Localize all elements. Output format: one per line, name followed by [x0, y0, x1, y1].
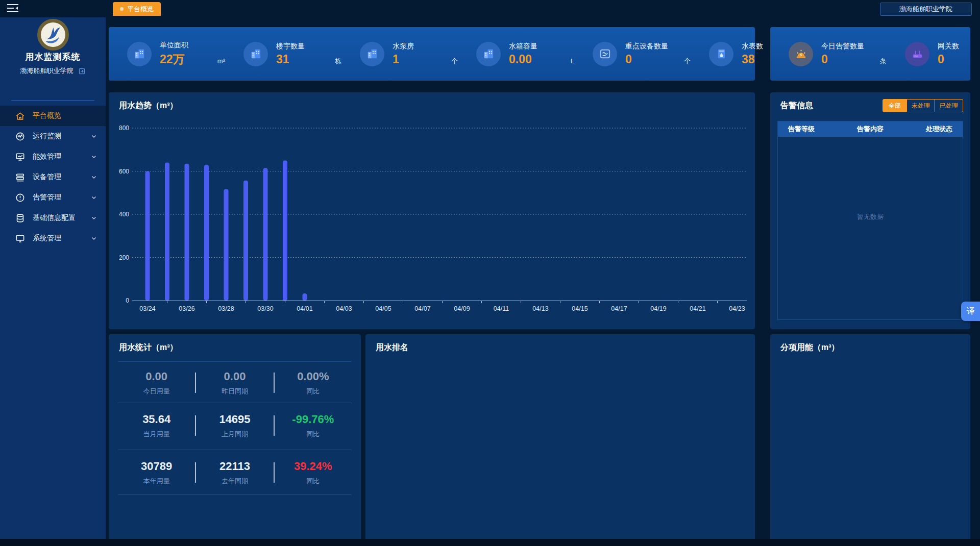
- sidebar-item-label: 平台概览: [33, 111, 61, 120]
- kpi-label: 水泵房: [393, 42, 458, 51]
- donut-title: 分项用能（m³）: [780, 342, 840, 353]
- sidebar-item-alarms[interactable]: 告警管理: [0, 187, 106, 208]
- usage-cell: 39.24%同比: [275, 460, 352, 486]
- alert-table-header: 告警等级告警内容处理状态: [778, 121, 963, 137]
- sidebar-item-label: 告警管理: [33, 193, 61, 202]
- usage-row: 0.00今日用量0.00昨日同期0.00%同比: [118, 366, 352, 400]
- kpi-label: 今日告警数量: [821, 42, 887, 51]
- kpi-value: 31: [276, 53, 289, 66]
- svg-text:04/17: 04/17: [611, 305, 627, 312]
- usage-value: 30789: [118, 460, 195, 473]
- sidebar-item-label: 能效管理: [33, 152, 61, 161]
- usage-label: 同比: [275, 430, 352, 439]
- kpi-value-row: 31栋: [276, 53, 341, 66]
- usage-cell: 0.00昨日同期: [196, 370, 273, 396]
- kpi-label: 水箱容量: [509, 42, 574, 51]
- kpi-tank-capacity: 水箱容量0.00L: [458, 42, 574, 66]
- collapse-sidebar-icon[interactable]: [7, 3, 19, 13]
- kpi-value-row: 22万m²: [160, 52, 225, 67]
- sub-item-energy-panel: 分项用能（m³）: [770, 334, 970, 541]
- kpi-texts: 水箱容量0.00L: [509, 42, 574, 66]
- svg-text:04/21: 04/21: [690, 305, 705, 312]
- kpi-unit: 个: [684, 57, 691, 66]
- usage-cell: 35.64当月用量: [118, 413, 195, 439]
- alert-column-header: 告警内容: [857, 125, 884, 134]
- alert-column-header: 处理状态: [926, 125, 952, 134]
- kpi-value: 38: [742, 53, 755, 66]
- system-icon: [15, 234, 25, 243]
- sidebar-item-label: 运行监测: [33, 132, 61, 141]
- sidebar-item-monitoring[interactable]: 运行监测: [0, 126, 106, 146]
- sidebar-divider: [11, 100, 94, 101]
- kpi-value-row: 1个: [393, 53, 458, 66]
- switch-org-icon[interactable]: [78, 67, 86, 75]
- trend-bar-03/30: [263, 168, 268, 301]
- alarm-light-icon: [789, 42, 813, 66]
- usage-title: 用水统计（m³）: [119, 342, 178, 353]
- sidebar-item-energy[interactable]: 能效管理: [0, 146, 106, 167]
- kpi-texts: 今日告警数量0条: [821, 42, 887, 66]
- alert-tab-all[interactable]: 全部: [883, 99, 907, 112]
- alert-table: 告警等级告警内容处理状态 暂无数据: [777, 121, 963, 320]
- meter-icon: [593, 42, 617, 66]
- trend-bar-03/26: [185, 164, 189, 301]
- water-trend-panel: 用水趋势（m³） 020040060080003/2403/2603/2803/…: [109, 92, 755, 329]
- translate-button[interactable]: 译: [961, 302, 980, 321]
- sidebar: 用水监测系统 渤海船舶职业学院 平台概览运行监测能效管理设备管理告警管理基础信息…: [0, 17, 106, 539]
- building-icon: [243, 42, 268, 66]
- chevron-down-icon: [90, 194, 97, 203]
- kpi-label: 网关数: [938, 42, 980, 51]
- kpi-label: 楼宇数量: [276, 42, 341, 51]
- alert-tab-unhandled[interactable]: 未处理: [906, 99, 935, 112]
- kpi-strip-right: 今日告警数量0条网关数0个: [770, 27, 970, 81]
- sidebar-org-name: 渤海船舶职业学院: [20, 66, 74, 76]
- water-usage-stats-panel: 用水统计（m³） 0.00今日用量0.00昨日同期0.00%同比35.64当月用…: [109, 334, 361, 541]
- alert-tab-handled[interactable]: 已处理: [935, 99, 963, 112]
- kpi-label: 重点设备数量: [625, 42, 691, 51]
- trend-bar-03/24: [145, 171, 150, 301]
- tab-label: 平台概览: [127, 5, 154, 14]
- sidebar-item-overview[interactable]: 平台概览: [0, 106, 106, 126]
- usage-value: 14695: [196, 413, 273, 426]
- svg-text:800: 800: [119, 125, 129, 132]
- kpi-texts: 水泵房1个: [393, 42, 458, 66]
- trend-bar-03/27: [204, 165, 209, 301]
- kpi-unit: m²: [217, 57, 225, 65]
- tab-platform-overview[interactable]: 平台概览: [113, 2, 161, 16]
- alert-column-header: 告警等级: [788, 125, 815, 134]
- kpi-value-row: 0条: [821, 53, 887, 66]
- usage-cell: 0.00%同比: [275, 370, 352, 396]
- sidebar-menu: 平台概览运行监测能效管理设备管理告警管理基础信息配置系统管理: [0, 106, 106, 249]
- trend-bar-03/29: [243, 181, 248, 301]
- svg-text:400: 400: [119, 211, 129, 218]
- usage-value: 0.00: [118, 370, 195, 383]
- ranking-title: 用水排名: [376, 342, 408, 353]
- organization-select[interactable]: 渤海船舶职业学院: [880, 3, 972, 16]
- kpi-unit: L: [571, 57, 574, 65]
- trend-title: 用水趋势（m³）: [119, 101, 178, 111]
- tab-active-dot: [120, 7, 124, 11]
- svg-text:04/07: 04/07: [414, 305, 430, 312]
- trend-bar-03/25: [165, 163, 169, 301]
- usage-label: 同比: [275, 477, 352, 486]
- kpi-value-row: 0个: [625, 53, 691, 66]
- monitor-icon: [15, 132, 25, 141]
- kpi-value: 0.00: [509, 53, 532, 66]
- sidebar-item-devices[interactable]: 设备管理: [0, 167, 106, 187]
- kpi-texts: 单位面积22万m²: [160, 41, 225, 67]
- config-icon: [15, 213, 25, 223]
- svg-text:0: 0: [126, 297, 129, 304]
- device-icon: [15, 172, 25, 182]
- usage-divider: [118, 361, 352, 362]
- usage-divider: [118, 494, 352, 495]
- kpi-value: 1: [393, 53, 399, 66]
- energy-icon: [15, 152, 25, 162]
- building-icon: [127, 42, 152, 66]
- usage-value: 0.00: [196, 370, 273, 383]
- svg-text:03/30: 03/30: [257, 305, 273, 312]
- usage-label: 昨日同期: [196, 387, 273, 396]
- usage-row: 35.64当月用量14695上月同期-99.76%同比: [118, 409, 352, 442]
- sidebar-item-config[interactable]: 基础信息配置: [0, 208, 106, 228]
- svg-text:04/15: 04/15: [572, 305, 587, 312]
- sidebar-item-system[interactable]: 系统管理: [0, 228, 106, 249]
